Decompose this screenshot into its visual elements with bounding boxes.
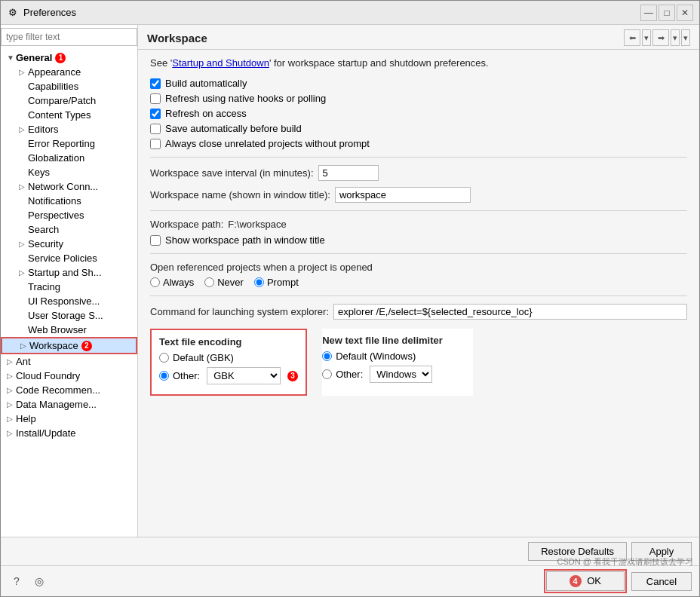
line-other-select[interactable]: Windows Unix Mac bbox=[370, 366, 432, 383]
checkbox-close-unrelated: Always close unrelated projects without … bbox=[150, 138, 687, 149]
sidebar-item-content-types[interactable]: Content Types bbox=[1, 108, 137, 122]
startup-and-shutdown-link[interactable]: Startup and Shutdown bbox=[172, 57, 269, 69]
footer-ok-cancel: 4 OK Cancel bbox=[544, 569, 692, 593]
encoding-default-label[interactable]: Default (GBK) bbox=[173, 352, 234, 363]
build-auto-label[interactable]: Build automatically bbox=[165, 78, 247, 89]
help-icon[interactable]: ? bbox=[8, 573, 25, 589]
preferences-icon[interactable]: ◎ bbox=[31, 573, 48, 589]
save-before-build-checkbox[interactable] bbox=[150, 124, 161, 134]
radio-prompt-label[interactable]: Prompt bbox=[254, 277, 299, 288]
expand-arrow-general: ▼ bbox=[7, 54, 16, 62]
tree: ▼ General 1 ▷ Appearance Capabilities Co… bbox=[1, 49, 137, 537]
sidebar-item-label-notifications: Notifications bbox=[28, 195, 81, 207]
sidebar-item-editors[interactable]: ▷ Editors bbox=[1, 122, 137, 136]
radio-always-label[interactable]: Always bbox=[150, 277, 194, 288]
ok-button[interactable]: 4 OK bbox=[546, 571, 625, 591]
right-panel: Workspace ⬅ ▾ ➡ ▾ ▾ See 'Startup and Shu… bbox=[138, 25, 699, 537]
line-other-label[interactable]: Other: bbox=[336, 369, 363, 380]
sidebar-item-service-policies[interactable]: Service Policies bbox=[1, 251, 137, 265]
sidebar-item-user-storage[interactable]: User Storage S... bbox=[1, 308, 137, 323]
expand-arrow-workspace: ▷ bbox=[20, 341, 29, 350]
sidebar-item-network[interactable]: ▷ Network Conn... bbox=[1, 179, 137, 194]
refresh-native-checkbox[interactable] bbox=[150, 93, 161, 104]
line-default-radio[interactable] bbox=[322, 351, 332, 361]
sidebar-item-error-reporting[interactable]: Error Reporting bbox=[1, 136, 137, 151]
more-button[interactable]: ▾ bbox=[681, 29, 690, 46]
sidebar-item-label-capabilities: Capabilities bbox=[28, 81, 78, 92]
sidebar-item-appearance[interactable]: ▷ Appearance bbox=[1, 65, 137, 79]
expand-arrow-startup: ▷ bbox=[19, 268, 28, 277]
workspace-name-input[interactable] bbox=[335, 187, 471, 203]
refresh-access-checkbox[interactable] bbox=[150, 109, 161, 119]
expand-arrow-editors: ▷ bbox=[19, 125, 28, 133]
filter-input[interactable] bbox=[1, 28, 137, 46]
sidebar-item-keys[interactable]: Keys bbox=[1, 165, 137, 179]
sidebar-item-startup[interactable]: ▷ Startup and Sh... bbox=[1, 265, 137, 280]
sidebar-item-perspectives[interactable]: Perspectives bbox=[1, 208, 137, 222]
sidebar-item-notifications[interactable]: Notifications bbox=[1, 194, 137, 208]
sidebar-item-general[interactable]: ▼ General 1 bbox=[1, 51, 137, 65]
checkbox-save-before-build: Save automatically before build bbox=[150, 123, 687, 134]
sidebar-item-compare[interactable]: Compare/Patch bbox=[1, 93, 137, 108]
build-auto-checkbox[interactable] bbox=[150, 78, 161, 89]
save-interval-label: Workspace save interval (in minutes): bbox=[150, 167, 314, 179]
checkbox-refresh-native: Refresh using native hooks or polling bbox=[150, 93, 687, 104]
title-bar-buttons: — □ ✕ bbox=[640, 5, 693, 21]
sidebar-item-tracing[interactable]: Tracing bbox=[1, 280, 137, 294]
separator-1 bbox=[150, 157, 687, 158]
encoding-other-radio[interactable] bbox=[159, 371, 169, 381]
apply-button[interactable]: Apply bbox=[631, 542, 692, 561]
encoding-other-label[interactable]: Other: bbox=[173, 370, 200, 381]
sidebar-item-ui-responsive[interactable]: UI Responsive... bbox=[1, 294, 137, 308]
radio-always-text: Always bbox=[163, 277, 194, 288]
sidebar-item-cloud-foundry[interactable]: ▷ Cloud Foundry bbox=[1, 369, 137, 383]
minimize-button[interactable]: — bbox=[640, 5, 657, 21]
close-button[interactable]: ✕ bbox=[677, 5, 693, 21]
startup-link-suffix: ' for workspace startup and shutdown pre… bbox=[269, 57, 489, 69]
sidebar-item-help[interactable]: ▷ Help bbox=[1, 412, 137, 426]
radio-prompt[interactable] bbox=[254, 277, 264, 287]
restore-button[interactable]: □ bbox=[659, 5, 675, 21]
sidebar-item-code-recommender[interactable]: ▷ Code Recommen... bbox=[1, 383, 137, 397]
show-path-label[interactable]: Show workspace path in window title bbox=[165, 234, 325, 246]
radio-never-label[interactable]: Never bbox=[204, 277, 244, 288]
expand-arrow-help: ▷ bbox=[7, 415, 16, 423]
command-input[interactable] bbox=[333, 304, 687, 320]
cancel-button[interactable]: Cancel bbox=[631, 572, 692, 591]
sidebar-item-security[interactable]: ▷ Security bbox=[1, 237, 137, 251]
line-other-radio[interactable] bbox=[322, 369, 332, 379]
line-default-label[interactable]: Default (Windows) bbox=[336, 351, 416, 362]
forward-dropdown-button[interactable]: ▾ bbox=[671, 29, 680, 46]
sidebar-item-label-editors: Editors bbox=[28, 124, 58, 135]
sidebar-item-install-update[interactable]: ▷ Install/Update bbox=[1, 426, 137, 440]
sidebar-item-workspace[interactable]: ▷ Workspace 2 bbox=[1, 337, 137, 354]
sidebar-item-search[interactable]: Search bbox=[1, 222, 137, 237]
radio-always[interactable] bbox=[150, 277, 160, 287]
refresh-native-label[interactable]: Refresh using native hooks or polling bbox=[165, 93, 326, 104]
save-before-build-label[interactable]: Save automatically before build bbox=[165, 123, 302, 134]
show-path-checkbox[interactable] bbox=[150, 235, 161, 246]
sidebar-item-globalization[interactable]: Globalization bbox=[1, 151, 137, 165]
separator-3 bbox=[150, 253, 687, 254]
sidebar-item-capabilities[interactable]: Capabilities bbox=[1, 79, 137, 93]
close-unrelated-checkbox[interactable] bbox=[150, 139, 161, 149]
open-referenced-label: Open referenced projects when a project … bbox=[150, 262, 687, 273]
badge-workspace: 2 bbox=[81, 341, 92, 351]
sidebar-item-web-browser[interactable]: Web Browser bbox=[1, 323, 137, 337]
radio-never[interactable] bbox=[204, 277, 214, 287]
sidebar-item-ant[interactable]: ▷ Ant bbox=[1, 354, 137, 369]
forward-button[interactable]: ➡ bbox=[652, 29, 669, 46]
encoding-default-row: Default (GBK) bbox=[159, 352, 298, 363]
sidebar-item-label-workspace: Workspace bbox=[29, 340, 78, 351]
encoding-other-select[interactable]: GBK UTF-8 ISO-8859-1 bbox=[207, 367, 281, 384]
refresh-access-label[interactable]: Refresh on access bbox=[165, 108, 247, 119]
back-button[interactable]: ⬅ bbox=[624, 29, 640, 46]
encoding-default-radio[interactable] bbox=[159, 353, 169, 363]
close-unrelated-label[interactable]: Always close unrelated projects without … bbox=[165, 138, 370, 149]
line-default-row: Default (Windows) bbox=[322, 351, 473, 362]
separator-2 bbox=[150, 210, 687, 211]
save-interval-input[interactable] bbox=[318, 165, 379, 181]
back-dropdown-button[interactable]: ▾ bbox=[642, 29, 651, 46]
sidebar-item-data-management[interactable]: ▷ Data Manageme... bbox=[1, 397, 137, 412]
restore-defaults-button[interactable]: Restore Defaults bbox=[528, 542, 627, 561]
